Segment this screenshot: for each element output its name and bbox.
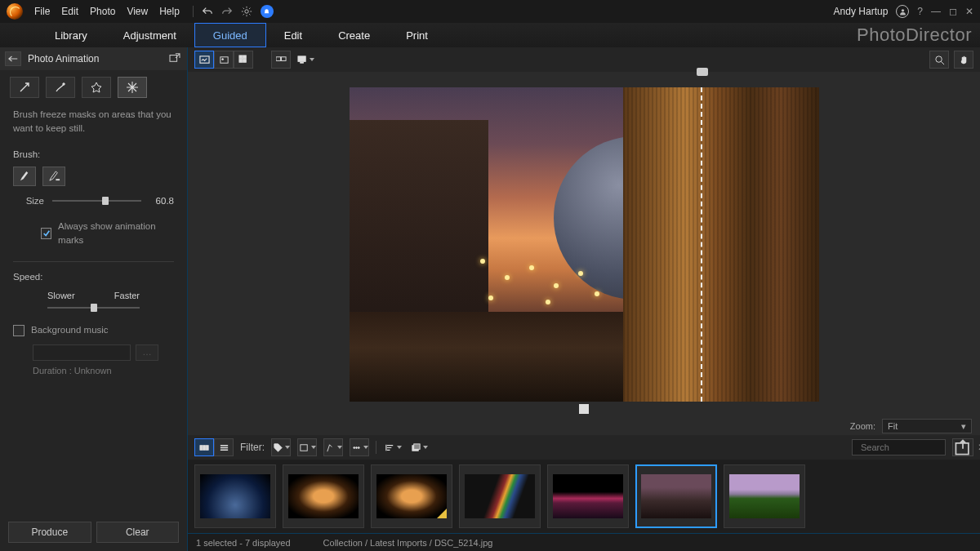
tab-bar: Library Adjustment Guided Edit Create Pr… [0, 23, 980, 47]
bgm-label: Background music [31, 323, 109, 337]
menu-view[interactable]: View [127, 6, 148, 17]
redo-icon[interactable] [221, 6, 233, 17]
view-single-button[interactable] [194, 51, 214, 69]
popout-icon[interactable] [169, 53, 182, 64]
freeze-brush-tool[interactable] [118, 77, 147, 98]
clear-button[interactable]: Clear [96, 522, 180, 543]
stop-button[interactable] [579, 404, 589, 414]
svg-point-3 [63, 83, 65, 85]
image-viewer[interactable] [188, 72, 980, 417]
tab-library[interactable]: Library [37, 23, 105, 47]
size-value: 60.8 [149, 194, 174, 208]
thumb-3[interactable] [371, 464, 452, 528]
thumb-1[interactable] [194, 464, 276, 528]
svg-rect-14 [300, 62, 303, 63]
speed-label: Speed: [13, 270, 174, 284]
filmstrip-toolbar: Filter: ✕ [188, 435, 980, 460]
speed-slider[interactable] [47, 307, 140, 309]
minimize-icon[interactable]: — [931, 6, 941, 17]
filter-label-button[interactable] [297, 438, 317, 456]
help-icon[interactable]: ? [917, 6, 923, 17]
sort-button[interactable] [383, 438, 403, 456]
tab-guided[interactable]: Guided [194, 23, 266, 47]
user-name[interactable]: Andy Hartup [834, 6, 889, 17]
search-box[interactable]: ✕ [852, 439, 946, 455]
stack-button[interactable] [409, 438, 429, 456]
bgm-duration: Duration : Unknown [33, 364, 174, 378]
dual-screen-button[interactable] [271, 51, 291, 69]
thumb-6[interactable] [635, 464, 717, 528]
thumb-5[interactable] [547, 464, 629, 528]
settings-icon[interactable] [241, 6, 252, 17]
brand-label: PhotoDirector [857, 24, 972, 46]
zoom-select[interactable]: Fit▾ [882, 419, 972, 433]
close-icon[interactable]: ✕ [965, 6, 973, 17]
thumb-4[interactable] [459, 464, 541, 528]
export-button[interactable] [952, 438, 973, 456]
user-avatar-icon[interactable] [896, 5, 909, 18]
status-bar: 1 selected - 7 displayed Collection / La… [188, 533, 980, 551]
zoom-label: Zoom: [850, 421, 875, 431]
hand-tool-button[interactable] [954, 51, 973, 69]
svg-rect-10 [243, 59, 246, 62]
menu-edit[interactable]: Edit [61, 6, 78, 17]
status-path: Collection / Latest Imports / DSC_5214.j… [323, 538, 493, 548]
preview-image [350, 87, 819, 402]
compare-divider[interactable] [701, 87, 702, 402]
filter-rating-button[interactable] [350, 438, 369, 456]
brush-add-button[interactable] [13, 167, 36, 186]
svg-rect-2 [170, 56, 177, 62]
hint-text: Brush freeze masks on areas that you wan… [13, 108, 174, 136]
menu-photo[interactable]: Photo [90, 6, 115, 17]
svg-rect-11 [276, 56, 281, 60]
size-label: Size [13, 194, 44, 208]
slower-label: Slower [47, 289, 75, 303]
panel-title: Photo Animation [28, 53, 163, 64]
produce-button[interactable]: Produce [8, 522, 91, 543]
fs-list-button[interactable] [214, 438, 234, 456]
motion-arrow-tool[interactable] [10, 77, 39, 98]
svg-rect-18 [206, 445, 208, 450]
maximize-icon[interactable]: ◻ [949, 6, 957, 17]
status-selection: 1 selected - 7 displayed [196, 538, 291, 548]
svg-rect-19 [300, 444, 306, 450]
anchor-tool[interactable] [46, 77, 75, 98]
display-menu-button[interactable] [296, 51, 315, 69]
bgm-browse-button[interactable]: … [136, 344, 158, 361]
notification-icon[interactable] [261, 5, 274, 18]
menu-file[interactable]: File [34, 6, 50, 17]
svg-rect-24 [413, 443, 419, 449]
filmstrip [188, 460, 980, 533]
bgm-checkbox[interactable] [13, 325, 24, 336]
filter-tag-button[interactable] [271, 438, 291, 456]
size-slider[interactable]: Size 60.8 [13, 194, 174, 208]
svg-point-0 [245, 10, 248, 13]
tab-edit[interactable]: Edit [266, 23, 320, 47]
svg-point-1 [902, 9, 904, 11]
view-compare-button[interactable] [214, 51, 234, 69]
fs-thumb-button[interactable] [194, 438, 214, 456]
tab-create[interactable]: Create [320, 23, 388, 47]
svg-rect-13 [297, 56, 305, 61]
zoom-tool-button[interactable] [929, 51, 949, 69]
svg-rect-5 [220, 56, 227, 62]
bgm-path-input[interactable] [33, 344, 131, 361]
tab-print[interactable]: Print [388, 23, 446, 47]
thumb-2[interactable] [283, 464, 364, 528]
always-show-checkbox[interactable] [41, 228, 51, 239]
thumb-7[interactable] [724, 464, 805, 528]
filter-label: Filter: [240, 442, 265, 453]
svg-rect-26 [956, 443, 968, 455]
svg-rect-16 [199, 445, 202, 450]
filter-flag-button[interactable] [323, 438, 343, 456]
menu-help[interactable]: Help [159, 6, 180, 17]
back-button[interactable] [5, 51, 21, 66]
view-grid-button[interactable] [234, 51, 253, 69]
svg-rect-9 [238, 59, 242, 62]
svg-rect-17 [203, 445, 205, 450]
pin-tool[interactable] [82, 77, 111, 98]
brush-erase-button[interactable] [42, 167, 65, 186]
divider-handle[interactable] [697, 68, 708, 76]
undo-icon[interactable] [202, 6, 213, 17]
tab-adjustment[interactable]: Adjustment [105, 23, 194, 47]
